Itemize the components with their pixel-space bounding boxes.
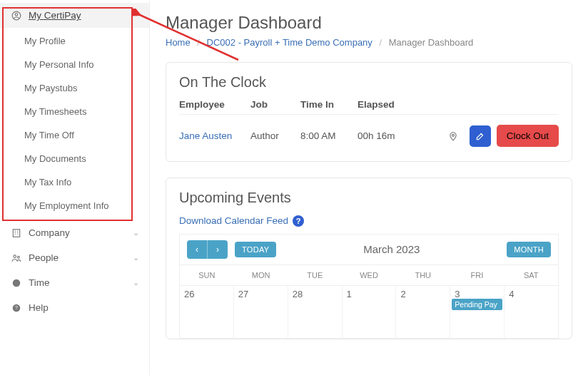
calendar-day[interactable]: 26 bbox=[180, 285, 233, 338]
calendar-day[interactable]: 28 bbox=[288, 285, 342, 338]
breadcrumb-company[interactable]: DC002 - Payroll + Time Demo Company bbox=[207, 37, 372, 48]
dow-wed: WED bbox=[342, 264, 396, 285]
calendar-dow-header: SUN MON TUE WED THU FRI SAT bbox=[180, 264, 558, 285]
breadcrumb-current: Manager Dashboard bbox=[389, 37, 474, 48]
upcoming-events-title: Upcoming Events bbox=[179, 190, 559, 206]
calendar-event[interactable]: Pending Pay bbox=[452, 299, 502, 310]
calendar-week-row: 26 27 28 1 2 3 Pending Pay 4 bbox=[180, 285, 558, 338]
sidebar-section-company[interactable]: Company ⌄ bbox=[0, 220, 149, 245]
sidebar-section-label: Time bbox=[29, 277, 50, 288]
page-title: Manager Dashboard bbox=[166, 13, 572, 33]
elapsed-cell: 00h 16m bbox=[358, 130, 442, 141]
job-cell: Author bbox=[250, 130, 300, 141]
calendar-month-view-button[interactable]: MONTH bbox=[507, 242, 551, 257]
help-icon: ? bbox=[10, 303, 23, 313]
download-calendar-label: Download Calendar Feed bbox=[179, 215, 288, 226]
calendar-today-button[interactable]: TODAY bbox=[235, 242, 276, 257]
chevron-down-icon: ⌄ bbox=[133, 278, 139, 287]
main-content: Manager Dashboard Home / DC002 - Payroll… bbox=[150, 0, 588, 375]
clock-icon bbox=[10, 278, 23, 288]
svg-point-5 bbox=[13, 279, 21, 287]
download-calendar-link[interactable]: Download Calendar Feed ? bbox=[179, 215, 304, 227]
sidebar-item-my-time-off[interactable]: My Time Off bbox=[0, 123, 149, 147]
sidebar-item-my-profile[interactable]: My Profile bbox=[0, 29, 149, 53]
calendar-month-label: March 2023 bbox=[283, 243, 500, 255]
sidebar: My CertiPay ⌃ My Profile My Personal Inf… bbox=[0, 0, 150, 375]
chevron-down-icon: ⌄ bbox=[133, 253, 139, 262]
dow-tue: TUE bbox=[288, 264, 342, 285]
clock-table-header: Employee Job Time In Elapsed bbox=[179, 99, 559, 115]
sidebar-section-help[interactable]: ? Help bbox=[0, 295, 149, 320]
sidebar-section-my-certipay[interactable]: My CertiPay ⌃ bbox=[0, 3, 149, 28]
dow-sat: SAT bbox=[504, 264, 558, 285]
breadcrumb-separator: / bbox=[379, 37, 382, 48]
people-icon bbox=[10, 253, 23, 263]
svg-rect-2 bbox=[13, 229, 19, 237]
calendar: ‹ › TODAY March 2023 MONTH SUN MON TUE W… bbox=[179, 234, 559, 339]
calendar-nav: ‹ › bbox=[187, 240, 228, 259]
chevron-down-icon: ⌄ bbox=[133, 228, 139, 237]
sidebar-item-my-paystubs[interactable]: My Paystubs bbox=[0, 76, 149, 100]
sidebar-section-people[interactable]: People ⌄ bbox=[0, 245, 149, 270]
sidebar-section-label: Help bbox=[29, 302, 49, 313]
clock-out-button[interactable]: Clock Out bbox=[497, 125, 559, 147]
dow-sun: SUN bbox=[180, 264, 234, 285]
user-circle-icon bbox=[10, 11, 23, 21]
edit-button[interactable] bbox=[470, 125, 491, 147]
svg-point-1 bbox=[15, 13, 18, 16]
col-header-timein: Time In bbox=[300, 99, 358, 110]
sidebar-item-my-timesheets[interactable]: My Timesheets bbox=[0, 100, 149, 123]
dow-thu: THU bbox=[396, 264, 450, 285]
sidebar-item-my-employment-info[interactable]: My Employment Info bbox=[0, 194, 149, 217]
upcoming-events-card: Upcoming Events Download Calendar Feed ?… bbox=[166, 178, 572, 339]
calendar-day[interactable]: 27 bbox=[233, 285, 288, 338]
on-the-clock-title: On The Clock bbox=[179, 74, 559, 91]
sidebar-item-my-documents[interactable]: My Documents bbox=[0, 147, 149, 170]
svg-point-8 bbox=[452, 134, 454, 136]
sidebar-item-my-personal-info[interactable]: My Personal Info bbox=[0, 53, 149, 76]
svg-text:?: ? bbox=[15, 305, 18, 310]
calendar-day[interactable]: 2 bbox=[395, 285, 450, 338]
sidebar-section-label: People bbox=[29, 252, 59, 263]
day-number: 3 bbox=[455, 289, 460, 299]
sidebar-subitems: My Profile My Personal Info My Paystubs … bbox=[0, 28, 149, 220]
calendar-day[interactable]: 3 Pending Pay bbox=[450, 285, 504, 338]
sidebar-item-my-tax-info[interactable]: My Tax Info bbox=[0, 170, 149, 194]
breadcrumb-home[interactable]: Home bbox=[166, 37, 191, 48]
sidebar-section-label: My CertiPay bbox=[29, 10, 81, 21]
calendar-next-button[interactable]: › bbox=[208, 240, 228, 259]
svg-point-3 bbox=[14, 255, 16, 257]
building-icon bbox=[10, 228, 23, 238]
help-tooltip-icon[interactable]: ? bbox=[293, 215, 304, 227]
on-the-clock-card: On The Clock Employee Job Time In Elapse… bbox=[166, 62, 572, 162]
breadcrumb-separator: / bbox=[197, 37, 200, 48]
breadcrumb: Home / DC002 - Payroll + Time Demo Compa… bbox=[166, 37, 572, 48]
employee-link[interactable]: Jane Austen bbox=[179, 130, 250, 141]
col-header-elapsed: Elapsed bbox=[358, 99, 559, 110]
sidebar-section-time[interactable]: Time ⌄ bbox=[0, 270, 149, 295]
calendar-prev-button[interactable]: ‹ bbox=[187, 240, 207, 259]
svg-point-4 bbox=[17, 256, 19, 258]
calendar-day[interactable]: 1 bbox=[342, 285, 396, 338]
calendar-day[interactable]: 4 bbox=[504, 285, 558, 338]
sidebar-section-label: Company bbox=[29, 227, 70, 238]
col-header-job: Job bbox=[250, 99, 300, 110]
location-pin-icon[interactable] bbox=[442, 125, 464, 147]
timein-cell: 8:00 AM bbox=[300, 130, 358, 141]
chevron-up-icon: ⌃ bbox=[133, 11, 139, 20]
clock-table-row: Jane Austen Author 8:00 AM 00h 16m Clock… bbox=[179, 115, 559, 150]
dow-mon: MON bbox=[234, 264, 288, 285]
dow-fri: FRI bbox=[450, 264, 505, 285]
calendar-toolbar: ‹ › TODAY March 2023 MONTH bbox=[180, 235, 558, 264]
col-header-employee: Employee bbox=[179, 99, 250, 110]
